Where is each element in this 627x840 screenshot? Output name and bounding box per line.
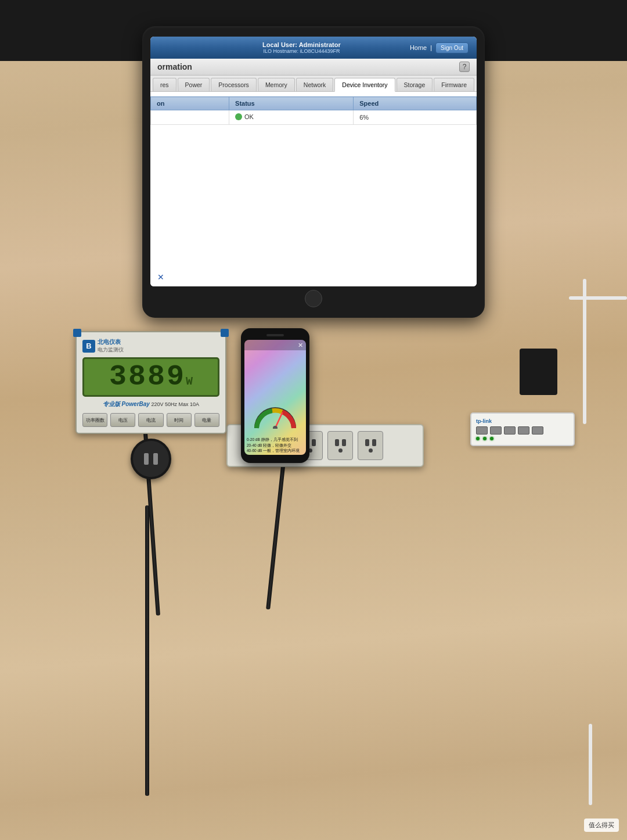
prong-left	[144, 453, 149, 465]
info-table: on Status Speed OK	[150, 96, 477, 125]
hole-l4	[365, 439, 369, 446]
hole-r3	[342, 439, 346, 446]
corner-dot-tl	[73, 329, 81, 337]
meter-top-row: B 北电仪表 电力监测仪	[82, 338, 219, 354]
cell-status: OK	[229, 110, 354, 125]
lcd-unit: W	[186, 375, 193, 388]
col-on: on	[151, 97, 229, 110]
network-device: tp-link	[470, 412, 575, 446]
socket-3	[327, 431, 353, 460]
phone-db-labels: 0-20 dB 静静，几乎感觉不到 20-40 dB 轻微，轻微外交 40-60…	[244, 436, 306, 455]
db-label-3: 40-60 dB 一般，管理室内环境	[247, 448, 304, 454]
nav-separator: |	[430, 44, 432, 51]
tab-processors[interactable]: Processors	[211, 78, 257, 91]
net-port-4	[518, 426, 529, 435]
ground-pin-4	[369, 448, 373, 453]
corner-dot-tr	[221, 329, 229, 337]
db-label-1: 0-20 dB 静静，几乎感觉不到	[247, 437, 304, 443]
meter-specs: 专业版 PowerBay 220V 50Hz Max 10A	[82, 400, 219, 408]
btn-voltage[interactable]: 电压	[110, 413, 135, 427]
status-text: OK	[244, 113, 254, 120]
tab-memory[interactable]: Memory	[258, 78, 295, 91]
cable-white-bottom	[589, 724, 592, 805]
btn-energy[interactable]: 电量	[194, 413, 219, 427]
table-row: OK 6%	[151, 110, 477, 125]
net-led-1	[476, 437, 480, 440]
net-led-2	[483, 437, 487, 440]
net-ports	[476, 426, 569, 435]
hole-r2	[312, 439, 316, 446]
btn-time[interactable]: 时间	[167, 413, 192, 427]
tablet: Local User: Administrator ILO Hostname: …	[142, 26, 485, 318]
tab-storage[interactable]: Storage	[397, 78, 433, 91]
black-connector	[520, 349, 557, 395]
brand-type: 电力监测仪	[98, 346, 124, 354]
header-nav: Home | Sign Out	[410, 42, 469, 53]
panel-title: ormation	[157, 62, 192, 71]
status-ok: OK	[235, 113, 254, 120]
phone-close-btn[interactable]: ✕	[298, 342, 303, 349]
hole-r4	[372, 439, 376, 446]
lcd-reading: 3889	[109, 360, 186, 393]
btn-current[interactable]: 电流	[138, 413, 163, 427]
socket-holes-4	[365, 439, 376, 446]
net-port-1	[476, 426, 488, 435]
cable-main-cord	[145, 505, 149, 796]
main-scene: Local User: Administrator ILO Hostname: …	[0, 0, 627, 840]
tabs-row: res Power Processors Memory Network	[150, 76, 477, 92]
col-status: Status	[229, 97, 354, 110]
lcd-display: 3889W	[82, 357, 219, 397]
user-label: Local User: Administrator	[193, 41, 410, 48]
prong-right	[153, 453, 158, 465]
power-meter: B 北电仪表 电力监测仪 3889W 专业版 PowerBay 220V 50H…	[75, 331, 226, 434]
hostname-label: ILO Hostname: iLO8CU44439FR	[193, 48, 410, 54]
socket-holes-3	[335, 439, 346, 446]
cable-white-down	[583, 279, 586, 424]
help-button[interactable]: ?	[459, 62, 470, 72]
net-brand: tp-link	[476, 418, 569, 424]
home-link[interactable]: Home	[410, 44, 427, 51]
phone-frame: ✕	[241, 328, 309, 463]
meter-btn-row: 功率圈数 电压 电流 时间 电量	[82, 413, 219, 427]
tablet-screen: Local User: Administrator ILO Hostname: …	[150, 37, 477, 286]
phone-speaker	[266, 334, 284, 336]
signout-button[interactable]: Sign Out	[435, 42, 469, 53]
watermark-text: 值么得买	[589, 821, 614, 828]
net-port-2	[490, 426, 502, 435]
btn-power-cycles[interactable]: 功率圈数	[82, 413, 107, 427]
ilo-header: Local User: Administrator ILO Hostname: …	[150, 37, 477, 59]
ok-icon	[235, 113, 242, 120]
col-speed: Speed	[354, 97, 477, 110]
content-area: on Status Speed OK	[150, 92, 477, 286]
db-label-2: 20-40 dB 轻微，轻微外交	[247, 443, 304, 448]
tablet-body: Local User: Administrator ILO Hostname: …	[142, 26, 485, 318]
tablet-home-button[interactable]	[305, 290, 322, 307]
meter-brand-box: B 北电仪表 电力监测仪	[82, 338, 124, 354]
panel-titlebar: ormation ?	[150, 59, 477, 76]
socket-4	[358, 431, 383, 460]
meter-spec-text: 220V 50Hz Max 10A	[151, 401, 199, 407]
plug-socket	[131, 439, 171, 479]
tab-res[interactable]: res	[153, 78, 176, 91]
net-led-3	[490, 437, 493, 440]
powerbay-logo-text: PowerBay	[122, 401, 150, 407]
net-port-5	[532, 426, 543, 435]
brand-cn: 北电仪表	[98, 338, 124, 346]
plug-prongs	[144, 453, 158, 465]
close-button[interactable]: ✕	[157, 272, 164, 282]
svg-line-0	[275, 413, 282, 428]
tab-power[interactable]: Power	[178, 78, 210, 91]
tab-network[interactable]: Network	[296, 78, 334, 91]
tab-device-inventory[interactable]: Device Inventory	[334, 78, 395, 92]
watermark: 值么得买	[584, 819, 619, 832]
ground-pin-3	[338, 448, 343, 453]
tab-firmware[interactable]: Firmware	[434, 78, 474, 91]
ilo-header-center: Local User: Administrator ILO Hostname: …	[193, 41, 410, 54]
net-led-row	[476, 437, 569, 440]
cell-speed: 6%	[354, 110, 477, 125]
gauge-svg	[252, 403, 298, 429]
hole-l3	[335, 439, 339, 446]
phone-screen: ✕	[244, 340, 306, 455]
gauge-container	[252, 403, 298, 429]
brand-text: 北电仪表 电力监测仪	[98, 338, 124, 354]
